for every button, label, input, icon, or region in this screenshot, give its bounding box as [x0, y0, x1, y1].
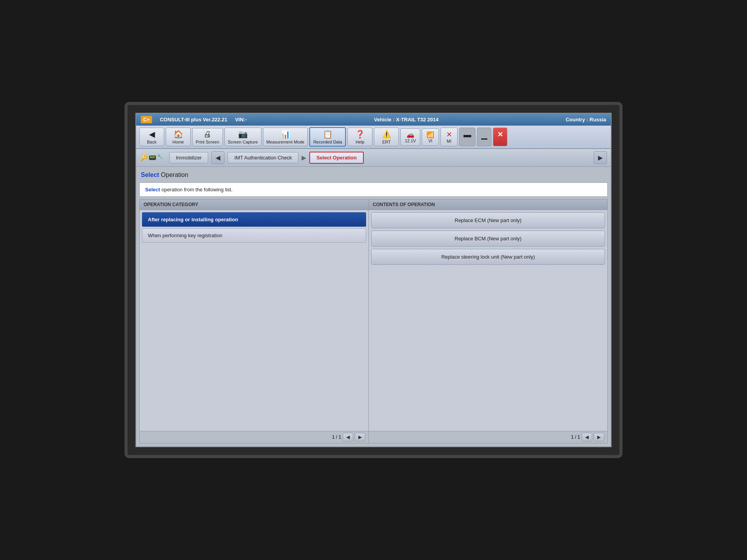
instruction-highlight: Select: [145, 187, 160, 192]
right-panel: Contents of operation Replace ECM (New p…: [369, 200, 607, 443]
right-panel-footer: 1 / 1 ◀ ▶: [369, 431, 607, 443]
module-icon: 📟: [149, 154, 156, 161]
key-icon: 🔑: [140, 154, 148, 161]
section-title-rest: Operation: [159, 172, 188, 178]
instruction-rest: operation from the following list.: [160, 187, 232, 192]
ert-icon: ⚠️: [382, 130, 391, 139]
breadcrumb-bar: 🔑 📟 🔧 Immobilizer ◀ IMT Authentication C…: [136, 149, 611, 167]
section-title-highlight: Select: [141, 172, 159, 178]
home-icon: 🏠: [174, 130, 183, 139]
left-panel: OPERATION CATEGORY After replacing or in…: [140, 200, 369, 443]
left-pagination: 1 / 1: [332, 434, 341, 440]
op-item-1[interactable]: When performing key registration: [142, 228, 366, 243]
measurement-icon: 📊: [281, 130, 290, 139]
ert-button[interactable]: ⚠️ ERT: [374, 128, 399, 146]
toolbar: ◀ Back 🏠 Home 🖨 Print Screen 📷 Screen Ca…: [136, 126, 611, 149]
right-panel-header: Contents of operation: [369, 200, 607, 210]
left-panel-footer: 1 / 1 ◀ ▶: [140, 431, 368, 443]
measurement-mode-button[interactable]: 📊 Measurement Mode: [263, 128, 308, 146]
main-content: Select Operation Select operation from t…: [136, 167, 611, 446]
left-panel-content: After replacing or installing operation …: [140, 210, 368, 431]
recorded-data-icon: 📋: [323, 130, 333, 139]
right-next-btn[interactable]: ▶: [594, 433, 604, 441]
instruction-box: Select operation from the following list…: [139, 182, 608, 197]
mi-button[interactable]: ✕ MI: [440, 128, 458, 146]
close-icon: ✕: [497, 130, 503, 139]
home-button[interactable]: 🏠 Home: [166, 128, 191, 146]
app-logo: C+: [141, 116, 152, 123]
monitor: C+ CONSULT-III plus Ver.222.21 VIN:- Veh…: [124, 102, 622, 458]
back-icon: ◀: [149, 130, 155, 139]
right-panel-content: Replace ECM (New part only) Replace BCM …: [369, 210, 607, 431]
right-prev-btn[interactable]: ◀: [582, 433, 592, 441]
section-title: Select Operation: [139, 170, 608, 180]
app-title: CONSULT-III plus Ver.222.21: [160, 117, 227, 122]
content-btn-1[interactable]: Replace BCM (New part only): [371, 231, 605, 247]
voltage-button[interactable]: 🚗 12.1V: [400, 128, 420, 146]
vin-label: VIN:-: [235, 117, 247, 122]
right-pagination: 1 / 1: [571, 434, 580, 440]
vi-button[interactable]: 📶 VI: [422, 128, 439, 146]
help-icon: ❓: [355, 130, 365, 139]
vehicle-label: Vehicle : X-TRAIL T32 2014: [374, 117, 438, 122]
help-button[interactable]: ❓ Help: [347, 128, 372, 146]
breadcrumb-forward-arrow[interactable]: ▶: [594, 151, 607, 164]
content-btn-0[interactable]: Replace ECM (New part only): [371, 212, 605, 228]
content-btn-2[interactable]: Replace steering lock unit (New part onl…: [371, 249, 605, 265]
print-screen-button[interactable]: 🖨 Print Screen: [192, 128, 223, 146]
left-prev-btn[interactable]: ◀: [343, 433, 353, 441]
close-button[interactable]: ✕: [493, 128, 507, 146]
signal-icon: 📶: [426, 131, 434, 138]
usb-icon: ▬: [463, 130, 471, 139]
car-icon: 🚗: [407, 131, 414, 138]
breadcrumb-step2: Select Operation: [309, 152, 363, 164]
op-item-0[interactable]: After replacing or installing operation: [142, 212, 366, 227]
x-icon: ✕: [446, 130, 452, 139]
minimize-icon: ▁: [481, 130, 487, 140]
title-bar: C+ CONSULT-III plus Ver.222.21 VIN:- Veh…: [136, 114, 611, 126]
app-window: C+ CONSULT-III plus Ver.222.21 VIN:- Veh…: [135, 113, 612, 447]
left-panel-header: OPERATION CATEGORY: [140, 200, 368, 210]
minimize-button[interactable]: ▁: [477, 128, 491, 146]
camera-icon: 📷: [238, 130, 248, 139]
breadcrumb-back-arrow[interactable]: ◀: [211, 151, 224, 164]
usb-button[interactable]: ▬: [459, 128, 475, 146]
breadcrumb-step1: IMT Authentication Check: [228, 152, 298, 163]
recorded-data-button[interactable]: 📋 Recorded Data: [309, 127, 346, 147]
breadcrumb-system-icons: 🔑 📟 🔧: [140, 154, 163, 161]
breadcrumb-chevron: ▶: [302, 154, 306, 161]
back-button[interactable]: ◀ Back: [139, 128, 164, 146]
left-next-btn[interactable]: ▶: [355, 433, 365, 441]
breadcrumb-system: Immobilizer: [169, 152, 208, 163]
country-label: Country : Russia: [566, 117, 606, 122]
print-icon: 🖨: [203, 130, 211, 139]
main-panel: OPERATION CATEGORY After replacing or in…: [139, 199, 608, 443]
screen-capture-button[interactable]: 📷 Screen Capture: [224, 128, 261, 146]
